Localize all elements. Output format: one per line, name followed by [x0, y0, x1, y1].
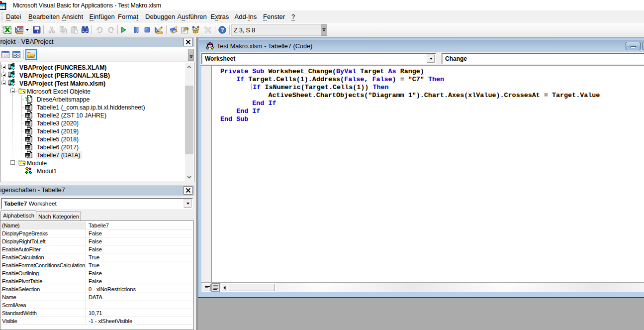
code-line[interactable]: Private Sub Worksheet_Change(ByVal Targe… — [220, 68, 600, 76]
tree-item-label[interactable]: Tabelle6 (2017) — [36, 143, 80, 151]
procedure-view-button[interactable] — [203, 283, 211, 292]
menu-addins[interactable]: Add-Ins — [235, 13, 257, 20]
help-button[interactable]: ? — [217, 24, 228, 35]
panel-toolbar-options-chevron-icon[interactable] — [188, 49, 194, 61]
expand-icon[interactable] — [1, 73, 6, 77]
tree-item[interactable]: Tabelle5 (2018) — [0, 135, 184, 143]
tree-item-label[interactable]: VBAProject (Test Makro.xlsm) — [18, 80, 107, 88]
tree-item[interactable]: VBAProject (PERSONAL.XLSB) — [0, 71, 184, 79]
project-panel-close-button[interactable] — [184, 38, 192, 46]
code-horizontal-scrollbar[interactable] — [201, 283, 644, 292]
property-row[interactable]: StandardWidth10,71 — [1, 309, 192, 317]
property-row[interactable]: EnableSelection0 - xlNoRestrictions — [1, 285, 192, 293]
code-text[interactable]: Private Sub Worksheet_Change(ByVal Targe… — [220, 68, 600, 123]
code-line[interactable]: End Sub — [220, 115, 600, 123]
save-button[interactable] — [31, 24, 42, 35]
tree-item-label[interactable]: Tabelle1 (_com.sap.ip.bi.xl.hiddensheet) — [36, 104, 146, 111]
tree-item[interactable]: Tabelle3 (2020) — [0, 119, 184, 127]
toolbar-options-chevron-icon[interactable] — [321, 24, 327, 36]
cut-button[interactable] — [46, 24, 57, 35]
scroll-up-icon[interactable] — [185, 63, 193, 71]
property-value[interactable]: False — [87, 277, 192, 285]
hscroll-thumb[interactable] — [228, 283, 276, 292]
properties-window-button[interactable] — [180, 24, 190, 35]
code-line[interactable]: ActiveSheet.ChartObjects("Diagramm 1").C… — [220, 92, 600, 100]
tree-item-label[interactable]: Tabelle4 (2019) — [36, 127, 80, 135]
property-name[interactable]: Name — [1, 293, 86, 301]
tree-item-label[interactable]: VBAProject (FUNCRES.XLAM) — [18, 64, 108, 72]
view-object-button[interactable] — [11, 50, 21, 60]
run-sub-button[interactable] — [118, 24, 129, 35]
combo-dropdown-icon[interactable] — [184, 199, 192, 208]
property-name[interactable]: StandardWidth — [1, 309, 86, 317]
menu-bearbeiten[interactable]: Bearbeiten — [28, 13, 60, 20]
property-row[interactable]: EnableOutliningFalse — [1, 269, 192, 277]
property-value[interactable]: 10,71 — [87, 309, 192, 317]
property-value[interactable]: True — [87, 261, 192, 269]
property-name[interactable]: EnableOutlining — [1, 269, 86, 277]
property-row[interactable]: DisplayRightToLeftFalse — [1, 237, 192, 245]
property-row[interactable]: NameDATA — [1, 293, 192, 301]
menu-datei[interactable]: Datei — [6, 13, 21, 20]
tab-categorized[interactable]: Nach Kategorien — [36, 212, 81, 220]
insert-object-dropdown-icon[interactable] — [24, 24, 30, 35]
tree-item[interactable]: VBAProject (Test Makro.xlsm) — [0, 79, 184, 87]
tree-item-label[interactable]: Tabelle2 (ZST 10 JAHRE) — [36, 111, 108, 119]
project-tree-scrollbar[interactable] — [185, 63, 193, 181]
copy-button[interactable] — [58, 24, 69, 35]
property-name[interactable]: EnableFormatConditionsCalculation — [1, 261, 86, 269]
property-row[interactable]: (Name)Tabelle7 — [1, 221, 192, 229]
scroll-left-icon[interactable] — [221, 283, 228, 292]
property-name[interactable]: Visible — [1, 317, 86, 325]
property-row[interactable]: DisplayPageBreaksFalse — [1, 229, 192, 237]
design-mode-button[interactable] — [153, 24, 164, 35]
paste-button[interactable] — [69, 24, 80, 35]
property-row[interactable]: EnablePivotTableFalse — [1, 277, 192, 285]
property-value[interactable]: False — [87, 229, 192, 237]
minimize-button[interactable] — [626, 42, 641, 50]
object-combobox[interactable]: Worksheet — [201, 53, 436, 64]
tree-item-label[interactable]: VBAProject (PERSONAL.XLSB) — [18, 72, 111, 80]
code-line[interactable]: If IsNumeric(Target.Cells(1)) Then — [220, 84, 600, 92]
insert-userform-button[interactable] — [13, 24, 24, 35]
property-row[interactable]: EnableAutoFilterFalse — [1, 245, 192, 253]
collapse-icon[interactable] — [10, 160, 15, 165]
redo-button[interactable] — [106, 24, 117, 35]
property-row[interactable]: ScrollArea — [1, 301, 192, 309]
break-button[interactable] — [131, 24, 142, 35]
menu-debuggen[interactable]: Debuggen — [145, 13, 175, 20]
view-microsoft-excel-button[interactable] — [2, 24, 13, 35]
property-name[interactable]: DisplayPageBreaks — [1, 229, 86, 237]
property-name[interactable]: (Name) — [1, 221, 86, 229]
tree-item[interactable]: Module — [0, 159, 184, 167]
code-pane[interactable]: Private Sub Worksheet_Change(ByVal Targe… — [201, 66, 644, 283]
undo-button[interactable] — [94, 24, 105, 35]
tree-item[interactable]: Tabelle2 (ZST 10 JAHRE) — [0, 111, 184, 119]
tree-item-label[interactable]: Tabelle5 (2018) — [36, 135, 80, 143]
properties-object-combobox[interactable]: Tabelle7 Worksheet — [1, 198, 193, 209]
object-browser-button[interactable] — [190, 24, 201, 35]
tree-item-label[interactable]: Modul1 — [36, 167, 58, 175]
property-name[interactable]: EnableSelection — [1, 285, 86, 293]
property-value[interactable]: False — [87, 245, 192, 253]
property-name[interactable]: ScrollArea — [1, 301, 86, 309]
property-value[interactable]: Tabelle7 — [87, 221, 192, 229]
properties-panel-close-button[interactable] — [184, 186, 192, 195]
property-value[interactable]: 0 - xlNoRestrictions — [87, 285, 192, 293]
tree-item-label[interactable]: Tabelle7 (DATA) — [36, 151, 82, 159]
tree-item[interactable]: VBAProject (FUNCRES.XLAM) — [0, 63, 184, 71]
scroll-thumb[interactable] — [185, 86, 193, 154]
tree-item[interactable]: Tabelle4 (2019) — [0, 127, 184, 135]
tree-item-label[interactable]: Module — [26, 159, 48, 167]
property-name[interactable]: DisplayRightToLeft — [1, 237, 86, 245]
toggle-folders-button[interactable] — [25, 49, 37, 60]
menu-fenster[interactable]: Fenster — [263, 13, 285, 20]
property-value[interactable] — [87, 301, 192, 309]
collapse-icon[interactable] — [10, 89, 15, 93]
menu-ausfhren[interactable]: Ausführen — [178, 13, 207, 20]
tab-alphabetic[interactable]: Alphabetisch — [0, 211, 36, 220]
code-line[interactable]: End If — [220, 108, 600, 115]
property-row[interactable]: EnableFormatConditionsCalculationTrue — [1, 261, 192, 269]
property-value[interactable]: -1 - xlSheetVisible — [87, 317, 192, 325]
tree-item[interactable]: Microsoft Excel Objekte — [0, 87, 184, 95]
